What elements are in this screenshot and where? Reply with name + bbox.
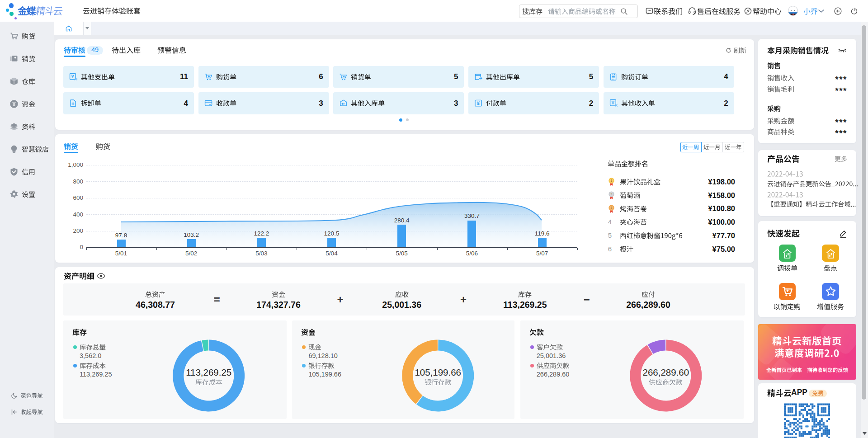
svg-text:1: 1 <box>611 179 613 182</box>
svg-text:2: 2 <box>611 193 613 196</box>
svg-text:3: 3 <box>611 206 613 209</box>
